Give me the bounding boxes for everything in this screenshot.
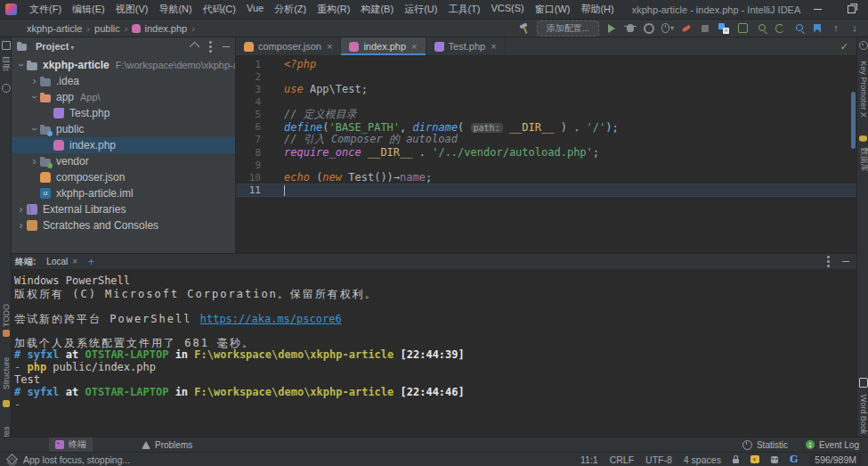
tree-item-vendor[interactable]: vendor <box>12 153 235 169</box>
coverage-button[interactable] <box>643 22 655 35</box>
code-line-10[interactable]: 10echo (new Test())→name; <box>236 171 856 184</box>
tab-test-php[interactable]: Test.php <box>426 37 506 55</box>
tool-window-button-终端[interactable]: 终端 <box>49 437 93 452</box>
code-line-5[interactable]: 5// 定义根目录 <box>236 109 856 121</box>
stripe-button-数据库[interactable]: 数据库 <box>857 135 868 177</box>
minimize-button[interactable] <box>800 0 834 19</box>
menu-item-vcs-s[interactable]: VCS(S) <box>485 3 529 16</box>
chevron-down-icon[interactable] <box>70 40 74 53</box>
translate-button[interactable] <box>718 22 730 35</box>
tree-item-xkphp-article-iml[interactable]: xkphp-article.iml <box>12 185 235 201</box>
menu-item-工具-t[interactable]: 工具(T) <box>442 3 485 16</box>
tree-item-external-libraries[interactable]: External Libraries <box>12 201 235 217</box>
code-line-11[interactable]: 11 <box>236 184 856 196</box>
indent-style[interactable]: 4 spaces <box>684 454 721 465</box>
tree-item-scratches-and-consoles[interactable]: Scratches and Consoles <box>12 217 235 233</box>
stripe-button-todo[interactable]: TODO <box>0 301 12 337</box>
collapse-all-icon[interactable] <box>190 41 199 51</box>
search-everywhere-button[interactable] <box>755 22 767 35</box>
menu-item-分析-z[interactable]: 分析(Z) <box>269 3 312 16</box>
terminal-output[interactable]: Windows PowerShell版权所有 (C) Microsoft Cor… <box>12 270 856 411</box>
tab-close-icon[interactable] <box>411 42 417 52</box>
tree-item-xkphp-article[interactable]: xkphp-articleF:\workspace\demo\xkphp-art… <box>12 57 235 73</box>
menu-item-vue[interactable]: Vue <box>241 3 269 16</box>
tree-open-chevron-icon[interactable] <box>28 124 40 135</box>
tool-window-button-event-log[interactable]: 1Event Log <box>804 440 861 450</box>
tree-closed-chevron-icon[interactable] <box>15 204 27 215</box>
find-button[interactable] <box>792 22 805 35</box>
plugin-box-button[interactable] <box>736 22 749 35</box>
bookmark-button[interactable] <box>811 22 823 35</box>
tree-item-public[interactable]: public <box>12 121 235 137</box>
caret-position[interactable]: 11:1 <box>580 454 598 465</box>
google-translate-icon[interactable]: G <box>790 454 798 465</box>
menu-item-编辑-e[interactable]: 编辑(E) <box>67 3 110 16</box>
line-separator[interactable]: CRLF <box>610 454 634 465</box>
run-button[interactable] <box>605 22 618 35</box>
restore-button[interactable] <box>834 0 868 19</box>
menu-item-导航-n[interactable]: 导航(N) <box>153 3 197 16</box>
prev-occurrence-button[interactable]: ↑ <box>830 22 842 35</box>
menu-item-构建-b[interactable]: 构建(B) <box>355 3 399 16</box>
tree-item-test-php[interactable]: Test.php <box>12 105 235 121</box>
stripe-button-key-promoter-x[interactable]: Key Promoter X <box>857 41 868 128</box>
menu-item-代码-c[interactable]: 代码(C) <box>198 3 241 16</box>
menu-item-窗口-w[interactable]: 窗口(W) <box>530 3 576 16</box>
tree-open-chevron-icon[interactable] <box>15 60 27 70</box>
code-line-1[interactable]: 1<?php <box>236 58 856 70</box>
code-line-9[interactable]: 9 <box>236 159 856 171</box>
stop-button[interactable] <box>699 22 711 35</box>
code-line-8[interactable]: 8require_once __DIR__ . '/../vendor/auto… <box>236 146 856 159</box>
stripe-button-项目[interactable]: 项目 <box>0 41 12 77</box>
editor-scrollbar-thumb[interactable] <box>851 92 856 149</box>
project-panel-title[interactable]: Project <box>36 41 69 52</box>
menu-item-运行-u[interactable]: 运行(U) <box>399 3 442 16</box>
menu-item-帮助-h[interactable]: 帮助(H) <box>575 3 619 16</box>
menu-item-文件-f[interactable]: 文件(F) <box>24 3 67 16</box>
tool-window-button-statistic[interactable]: Statistic <box>741 440 790 450</box>
terminal-options-icon[interactable] <box>827 260 830 263</box>
breadcrumb-public[interactable]: public <box>94 23 120 34</box>
tree-closed-chevron-icon[interactable] <box>28 156 40 167</box>
run-configuration-select[interactable]: 添加配置... <box>537 20 599 37</box>
stripe-button-structure[interactable]: Structure <box>0 346 12 406</box>
build-hammer-icon[interactable] <box>518 22 531 35</box>
breadcrumb-xkphp-article[interactable]: xkphp-article <box>27 23 82 34</box>
tree-closed-chevron-icon[interactable] <box>28 76 40 86</box>
reload-button[interactable] <box>774 22 786 35</box>
tab-index-php[interactable]: index.php <box>341 37 426 55</box>
tab-composer-json[interactable]: composer.json <box>236 37 341 55</box>
profiler-button[interactable] <box>661 22 674 35</box>
menu-item-视图-v[interactable]: 视图(V) <box>110 3 154 16</box>
lock-icon[interactable] <box>733 459 739 463</box>
hide-panel-icon[interactable] <box>223 46 230 47</box>
code-line-7[interactable]: 7// 引入 Composer 的 autoload <box>236 134 856 146</box>
next-occurrence-button[interactable]: ↓ <box>848 22 861 35</box>
tree-item-index-php[interactable]: index.php <box>12 137 235 153</box>
inspections-ok-icon[interactable] <box>840 41 848 53</box>
terminal-hide-icon[interactable] <box>842 261 849 262</box>
terminal-link[interactable]: https://aka.ms/pscore6 <box>200 313 342 325</box>
tool-window-button-problems[interactable]: Problems <box>135 437 199 452</box>
tree-open-chevron-icon[interactable] <box>28 92 40 102</box>
debug-button[interactable] <box>624 22 637 35</box>
new-terminal-icon[interactable] <box>88 257 94 267</box>
panel-options-icon[interactable] <box>209 45 212 48</box>
tab-close-icon[interactable] <box>491 42 496 52</box>
attach-debugger-button[interactable] <box>680 22 693 35</box>
yellow-plugin-icon[interactable] <box>750 455 759 463</box>
tree-item-composer-json[interactable]: composer.json <box>12 169 235 185</box>
tree-item-app[interactable]: appApp\ <box>12 89 235 105</box>
tab-close-icon[interactable] <box>327 42 332 52</box>
tree-closed-chevron-icon[interactable] <box>15 220 27 231</box>
tree-item-idea[interactable]: .idea <box>12 73 235 89</box>
stripe-button-circle[interactable] <box>0 84 12 93</box>
menu-item-重构-r[interactable]: 重构(R) <box>312 3 355 16</box>
file-encoding[interactable]: UTF-8 <box>645 454 672 465</box>
code-line-3[interactable]: 3use App\Test; <box>236 83 856 95</box>
robot-plugin-icon[interactable] <box>771 456 778 463</box>
stripe-button-word-book[interactable]: Word Book <box>857 378 868 441</box>
code-editor[interactable]: 1<?php23use App\Test;45// 定义根目录6define('… <box>236 55 856 253</box>
memory-indicator[interactable]: 596/989M <box>809 454 862 466</box>
code-line-2[interactable]: 2 <box>236 70 856 83</box>
